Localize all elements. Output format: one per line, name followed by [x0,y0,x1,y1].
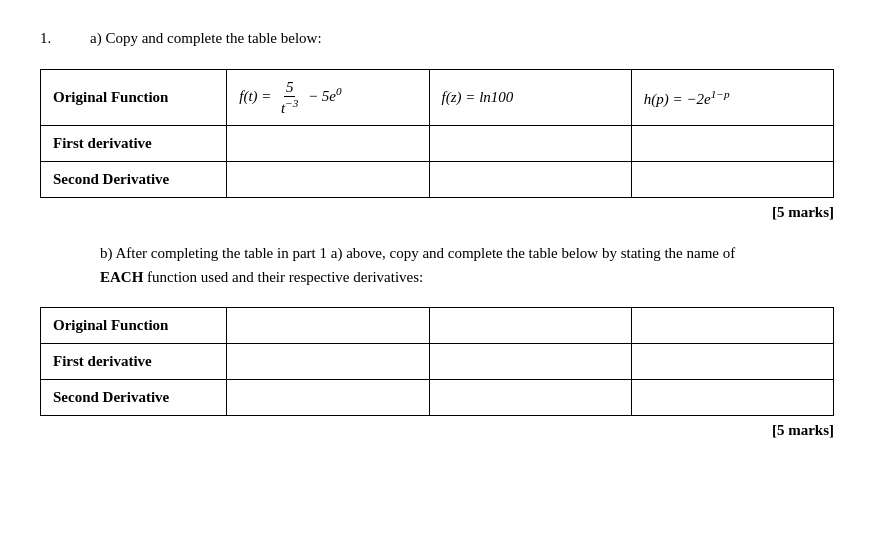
row-label-first-deriv: First derivative [41,126,227,162]
row-label-second-deriv: Second Derivative [41,162,227,198]
row-label-original: Original Function [41,70,227,126]
cell-b-second-3 [631,380,833,416]
part-a-label: a) Copy and complete the table below: [90,30,322,47]
cell-fz-original: f(z) = ln100 [429,70,631,126]
question-header: 1. a) Copy and complete the table below: [40,30,834,47]
cell-second-deriv-1 [227,162,429,198]
table-row: Second Derivative [41,380,834,416]
table-row: Original Function f(t) = 5 t−3 − 5e0 f(z… [41,70,834,126]
cell-b-orig-2 [429,308,631,344]
marks-b: [5 marks] [40,422,834,439]
cell-hp-original: h(p) = −2e1−p [631,70,833,126]
part-b-text: b) After completing the table in part 1 … [100,241,774,289]
cell-b-first-1 [227,344,429,380]
table-row: First derivative [41,344,834,380]
marks-a: [5 marks] [40,204,834,221]
cell-formula: f(t) = 5 t−3 − 5e0 [227,70,429,126]
cell-b-second-1 [227,380,429,416]
cell-b-orig-3 [631,308,833,344]
part-b-rest: function used and their respective deriv… [143,269,423,285]
cell-first-deriv-3 [631,126,833,162]
table-b: Original Function First derivative Secon… [40,307,834,416]
cell-b-orig-1 [227,308,429,344]
cell-b-first-2 [429,344,631,380]
part-b-bold: EACH [100,269,143,285]
question-number: 1. [40,30,70,47]
table-row: First derivative [41,126,834,162]
cell-first-deriv-1 [227,126,429,162]
cell-b-second-2 [429,380,631,416]
row-b-label-second: Second Derivative [41,380,227,416]
cell-b-first-3 [631,344,833,380]
cell-second-deriv-2 [429,162,631,198]
table-row: Second Derivative [41,162,834,198]
table-a: Original Function f(t) = 5 t−3 − 5e0 f(z… [40,69,834,198]
part-b-intro: b) After completing the table in part 1 … [100,245,735,261]
table-row: Original Function [41,308,834,344]
cell-second-deriv-3 [631,162,833,198]
cell-first-deriv-2 [429,126,631,162]
row-b-label-original: Original Function [41,308,227,344]
formula-ft: f(t) = 5 t−3 − 5e0 [239,78,341,117]
row-b-label-first: First derivative [41,344,227,380]
